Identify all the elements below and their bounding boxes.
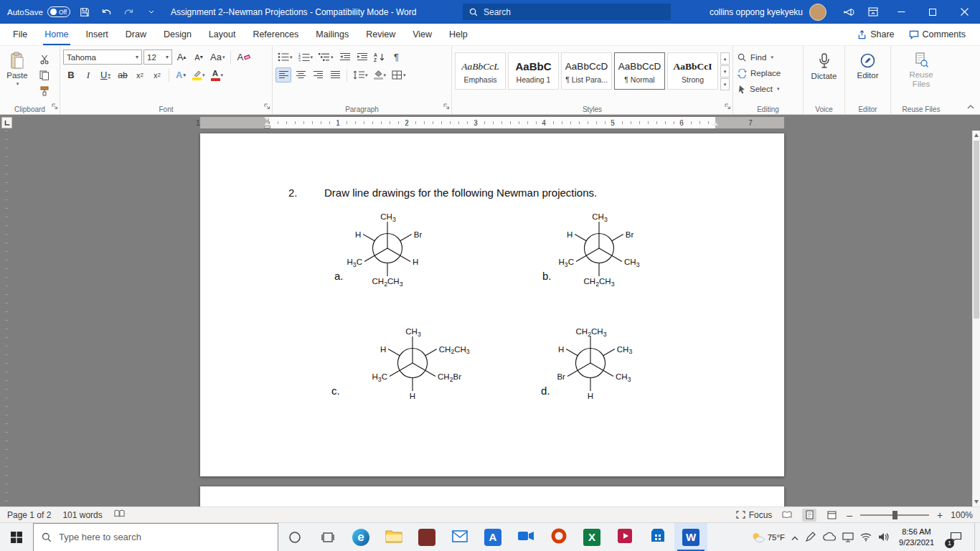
numbering-button[interactable]: 123▾ xyxy=(296,50,316,65)
web-layout-button[interactable] xyxy=(824,509,839,522)
bold-button[interactable]: B xyxy=(63,67,79,83)
paste-chevron-icon[interactable]: ▾ xyxy=(17,81,19,87)
taskbar-app-maroon-app[interactable] xyxy=(410,523,443,551)
pen-icon[interactable] xyxy=(805,532,816,542)
title-search-box[interactable] xyxy=(463,4,671,20)
redo-button[interactable] xyxy=(121,3,137,22)
replace-button[interactable]: Replace xyxy=(736,65,800,81)
superscript-button[interactable]: x2 xyxy=(149,67,165,83)
taskbar-app-stream[interactable] xyxy=(608,523,641,551)
zoom-in-button[interactable]: + xyxy=(937,509,943,521)
select-button[interactable]: Select▾ xyxy=(736,81,800,97)
ribbon-display-options-icon[interactable] xyxy=(861,0,885,24)
styles-scroll-down-icon[interactable]: ▾ xyxy=(720,65,730,77)
scrollbar-thumb[interactable] xyxy=(974,141,979,319)
menu-tab-file[interactable]: File xyxy=(4,24,36,45)
style-card-strong[interactable]: AaBbCcIStrong xyxy=(667,52,718,90)
font-name-select[interactable]: Tahoma▾ xyxy=(63,50,142,65)
taskbar-app-edge[interactable]: e xyxy=(344,523,377,551)
network-icon[interactable] xyxy=(860,532,872,542)
user-name[interactable]: collins oppong kyekyeku xyxy=(710,7,803,17)
taskbar-app-ally[interactable]: A xyxy=(476,523,509,551)
menu-tab-insert[interactable]: Insert xyxy=(77,24,117,45)
text-effects-button[interactable]: A▾ xyxy=(173,67,189,83)
start-button[interactable] xyxy=(0,523,33,551)
menu-tab-layout[interactable]: Layout xyxy=(200,24,245,45)
taskbar-search-box[interactable] xyxy=(33,523,278,551)
taskbar-search-input[interactable] xyxy=(59,532,260,542)
line-spacing-button[interactable]: ▾ xyxy=(351,67,370,83)
find-button[interactable]: Find▾ xyxy=(736,50,800,65)
page-1[interactable]: 2.Draw line drawings for the following N… xyxy=(200,133,784,476)
justify-button[interactable] xyxy=(327,67,343,83)
italic-button[interactable]: I xyxy=(80,67,96,83)
show-hidden-icons-chevron-icon[interactable] xyxy=(791,531,798,544)
cut-button[interactable] xyxy=(36,52,53,66)
focus-button[interactable]: Focus xyxy=(736,510,773,520)
volume-icon[interactable] xyxy=(878,532,890,542)
paste-button[interactable]: Paste ▾ xyxy=(3,50,32,98)
taskbar-app-mail[interactable] xyxy=(443,523,476,551)
format-painter-button[interactable] xyxy=(36,84,53,98)
taskbar-app-office[interactable] xyxy=(542,523,575,551)
menu-tab-references[interactable]: References xyxy=(244,24,307,45)
avatar[interactable] xyxy=(809,4,826,21)
grow-font-button[interactable]: A▴ xyxy=(174,50,189,65)
task-view-button[interactable] xyxy=(311,523,344,551)
reuse-files-button[interactable]: Reuse Files xyxy=(894,50,948,89)
increase-indent-button[interactable] xyxy=(354,50,370,65)
weather-widget[interactable]: 75°F xyxy=(750,532,785,543)
menu-tab-mailings[interactable]: Mailings xyxy=(307,24,357,45)
underline-button[interactable]: U▾ xyxy=(98,67,113,83)
show-formatting-marks-button[interactable]: ¶ xyxy=(389,50,405,65)
align-right-button[interactable] xyxy=(310,67,326,83)
styles-dialog-launcher-icon[interactable] xyxy=(725,100,731,113)
style-card-normal[interactable]: AaBbCcD¶ Normal xyxy=(614,52,665,90)
style-card-list-para[interactable]: AaBbCcD¶ List Para... xyxy=(561,52,612,90)
vertical-ruler[interactable] xyxy=(0,131,13,507)
save-button[interactable] xyxy=(77,3,93,22)
menu-tab-review[interactable]: Review xyxy=(357,24,404,45)
menu-tab-view[interactable]: View xyxy=(404,24,440,45)
strikethrough-button[interactable]: ab xyxy=(115,67,131,83)
question-line[interactable]: 2.Draw line drawings for the following N… xyxy=(288,187,597,199)
clear-formatting-button[interactable]: A xyxy=(235,50,253,65)
scroll-down-icon[interactable] xyxy=(973,497,980,507)
display-icon[interactable] xyxy=(842,532,854,542)
zoom-level[interactable]: 100% xyxy=(951,510,973,520)
font-dialog-launcher-icon[interactable] xyxy=(264,100,270,113)
clipboard-dialog-launcher-icon[interactable] xyxy=(52,100,58,113)
editor-button[interactable]: Editor xyxy=(848,50,887,80)
taskbar-app-excel[interactable]: X xyxy=(575,523,608,551)
tab-selector[interactable] xyxy=(1,117,12,128)
decrease-indent-button[interactable] xyxy=(337,50,353,65)
highlight-color-button[interactable]: ▾ xyxy=(190,67,207,83)
print-layout-button[interactable] xyxy=(802,509,816,522)
subscript-button[interactable]: x2 xyxy=(132,67,148,83)
undo-button[interactable] xyxy=(99,3,115,22)
change-case-button[interactable]: Aa▾ xyxy=(208,50,227,65)
taskbar-clock[interactable]: 8:56 AM 9/23/2021 xyxy=(896,527,937,547)
document-area[interactable]: 2.Draw line drawings for the following N… xyxy=(0,131,980,507)
menu-tab-help[interactable]: Help xyxy=(440,24,476,45)
page-indicator[interactable]: Page 1 of 2 xyxy=(7,510,51,520)
read-mode-button[interactable] xyxy=(780,509,794,522)
maximize-button[interactable] xyxy=(917,0,948,24)
font-color-button[interactable]: A▾ xyxy=(209,67,226,83)
word-count[interactable]: 101 words xyxy=(62,510,102,520)
taskbar-app-word[interactable]: W xyxy=(674,523,707,551)
paragraph-dialog-launcher-icon[interactable] xyxy=(443,100,450,113)
style-card-heading-1[interactable]: AaBbCHeading 1 xyxy=(508,52,559,90)
vertical-scrollbar[interactable] xyxy=(972,131,980,507)
shading-button[interactable]: ▾ xyxy=(372,67,389,83)
right-indent-marker[interactable] xyxy=(712,122,718,126)
first-line-indent-marker[interactable] xyxy=(264,117,270,121)
coming-soon-icon[interactable] xyxy=(837,0,861,24)
zoom-out-button[interactable]: – xyxy=(847,509,852,521)
page-2[interactable] xyxy=(200,486,784,507)
autosave-switch-icon[interactable]: Off xyxy=(47,6,70,17)
align-center-button[interactable] xyxy=(293,67,308,83)
search-input[interactable] xyxy=(484,7,649,17)
styles-scroll-up-icon[interactable]: ▴ xyxy=(720,52,730,65)
taskbar-app-file-explorer[interactable] xyxy=(377,523,410,551)
